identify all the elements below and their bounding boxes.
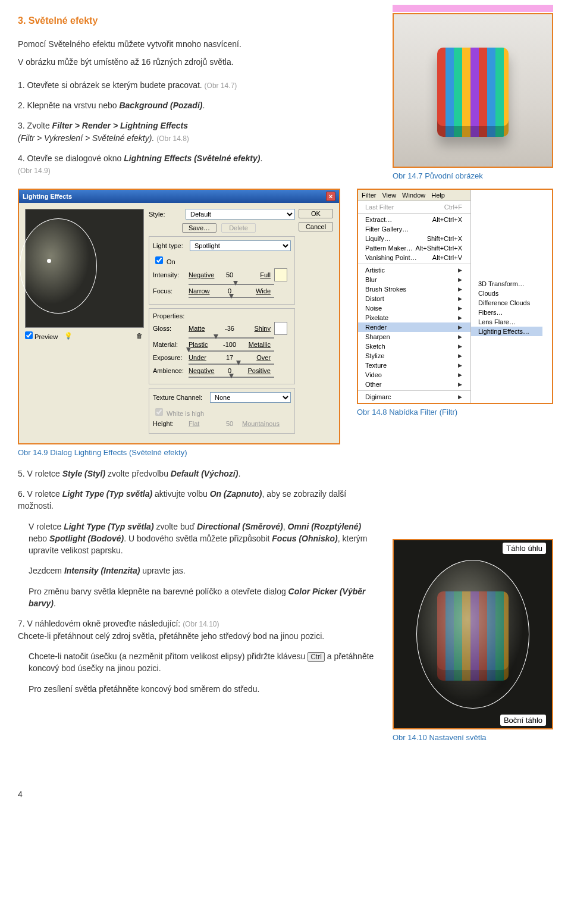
white-is-high-checkbox: White is high	[153, 410, 204, 417]
fig-14-7-caption: Obr 14.7 Původní obrázek	[393, 171, 553, 180]
step3-num: 3.	[18, 121, 25, 130]
submenu-lens-flare[interactable]: Lens Flare…	[471, 317, 542, 327]
close-icon[interactable]: ×	[326, 192, 335, 201]
step1-ref: (Obr 14.7)	[205, 82, 237, 90]
trash-icon[interactable]: 🗑	[134, 332, 144, 339]
menubar: Filter View Window Help	[358, 190, 470, 201]
dialog-preview[interactable]	[25, 209, 144, 328]
submenu-lighting-effects[interactable]: Lighting Effects…	[471, 327, 542, 336]
material-slider[interactable]	[189, 350, 274, 352]
step-7c: Pro zesílení světla přetáhněte koncový b…	[29, 683, 376, 695]
light-type-select[interactable]: Spotlight	[190, 240, 291, 251]
step4-num: 4.	[18, 154, 25, 163]
preview-checkbox[interactable]: Preview	[25, 331, 58, 340]
menu-noise[interactable]: Noise▶	[358, 303, 470, 313]
step-6d: Pro změnu barvy světla klepněte na barev…	[29, 585, 376, 610]
step4-b: Lightning Effects (Světelné efekty)	[124, 154, 260, 163]
dialog-title: Lighting Effects	[23, 193, 72, 200]
step3-b: Filter > Render > Lightning Effects	[52, 121, 188, 130]
exposure-label: Exposure:	[153, 354, 185, 361]
material-label: Material:	[153, 341, 185, 348]
intensity-left: Negative	[189, 271, 217, 278]
step2-c: .	[202, 101, 205, 110]
step-7b: Chcete-li natočit úsečku (a nezměnit při…	[29, 650, 376, 675]
menu-video[interactable]: Video▶	[358, 370, 470, 380]
intensity-label: Intensity:	[153, 271, 185, 278]
save-button[interactable]: Save…	[182, 223, 217, 233]
submenu-clouds[interactable]: Clouds	[471, 289, 542, 298]
step4-c: .	[260, 154, 262, 163]
intensity-slider[interactable]	[189, 284, 274, 285]
step3-ref: (Obr 14.8)	[156, 134, 189, 143]
menu-digimarc[interactable]: Digimarc▶	[358, 392, 470, 402]
lighting-effects-dialog: Lighting Effects × Preview 💡 🗑	[18, 189, 340, 444]
step2-num: 2.	[18, 101, 25, 110]
intensity-val: 50	[221, 271, 239, 278]
exposure-slider[interactable]	[189, 364, 274, 365]
menu-sketch[interactable]: Sketch▶	[358, 342, 470, 351]
menu-filter-gallery[interactable]: Filter Gallery…	[358, 224, 470, 234]
material-b: Metallic	[242, 341, 271, 348]
submenu-3d-transform[interactable]: 3D Transform…	[471, 279, 542, 289]
menubar-view[interactable]: View	[382, 192, 396, 199]
properties-label: Properties:	[153, 312, 291, 320]
menu-pixelate[interactable]: Pixelate▶	[358, 313, 470, 322]
angle-handle-label: Táhlo úhlu	[503, 543, 546, 554]
step4-a: Otevře se dialogové okno	[27, 154, 124, 163]
gloss-slider[interactable]	[189, 337, 274, 339]
step2-b: Background (Pozadí)	[119, 101, 202, 110]
decor-top-bar	[393, 5, 553, 13]
focus-right: Wide	[242, 287, 271, 295]
menu-blur[interactable]: Blur▶	[358, 275, 470, 284]
ambience-b: Positive	[242, 367, 271, 374]
ambience-slider[interactable]	[189, 377, 274, 378]
step1-text: Otevřete si obrázek se kterým budete pra…	[27, 80, 202, 90]
menu-sharpen[interactable]: Sharpen▶	[358, 332, 470, 342]
intro-p2: V obrázku může být umístěno až 16 různýc…	[18, 56, 376, 68]
exposure-b: Over	[242, 354, 271, 361]
intensity-right: Full	[242, 271, 271, 278]
step-2: 2. Klepněte na vrstvu nebo Background (P…	[18, 99, 376, 111]
menu-render[interactable]: Render▶	[358, 322, 470, 332]
fig-14-10-image: Táhlo úhlu Boční táhlo	[393, 539, 553, 729]
submenu-diff-clouds[interactable]: Difference Clouds	[471, 298, 542, 308]
ambience-a: Negative	[189, 367, 217, 374]
ok-button[interactable]: OK	[299, 209, 333, 218]
focus-slider[interactable]	[189, 297, 274, 298]
height-a: Flat	[189, 420, 217, 427]
cancel-button[interactable]: Cancel	[299, 222, 333, 231]
menu-artistic[interactable]: Artistic▶	[358, 265, 470, 275]
step-6c: Jezdcem Intensity (Intenzita) upravte ja…	[29, 565, 376, 577]
menu-other[interactable]: Other▶	[358, 380, 470, 389]
menu-extract[interactable]: Extract…Alt+Ctrl+X	[358, 215, 470, 224]
step-6: 6. V roletce Light Type (Typ světla) akt…	[18, 488, 376, 512]
texture-select[interactable]: None	[210, 392, 291, 403]
ambient-color-swatch[interactable]	[274, 322, 287, 335]
menu-texture[interactable]: Texture▶	[358, 361, 470, 370]
focus-left: Narrow	[189, 287, 217, 295]
light-color-swatch[interactable]	[274, 268, 287, 281]
style-select[interactable]: Default	[186, 209, 295, 220]
bulb-icon[interactable]: 💡	[64, 332, 73, 340]
intro-p1: Pomocí Světelného efektu můžete vytvořit…	[18, 38, 376, 50]
texture-label: Texture Channel:	[153, 394, 206, 401]
height-label: Height:	[153, 420, 185, 427]
menu-vanishing-point[interactable]: Vanishing Point…Alt+Ctrl+V	[358, 253, 470, 262]
fig-14-10-caption: Obr 14.10 Nastavení světla	[393, 733, 553, 742]
submenu-fibers[interactable]: Fibers…	[471, 308, 542, 317]
menubar-filter[interactable]: Filter	[362, 192, 376, 199]
menubar-window[interactable]: Window	[402, 192, 425, 199]
menu-brush-strokes[interactable]: Brush Strokes▶	[358, 284, 470, 294]
menu-distort[interactable]: Distort▶	[358, 294, 470, 303]
delete-button: Delete	[221, 223, 256, 233]
gloss-b: Shiny	[242, 325, 271, 332]
on-checkbox[interactable]: On	[153, 258, 175, 265]
ambience-label: Ambience:	[153, 367, 185, 374]
height-val: 50	[221, 420, 239, 427]
section-title: 3. Světelné efekty	[18, 15, 376, 26]
menu-stylize[interactable]: Stylize▶	[358, 351, 470, 361]
menubar-help[interactable]: Help	[431, 192, 445, 199]
menu-liquify[interactable]: Liquify…Shift+Ctrl+X	[358, 234, 470, 243]
menu-pattern-maker[interactable]: Pattern Maker…Alt+Shift+Ctrl+X	[358, 243, 470, 253]
style-label: Style:	[149, 211, 182, 218]
